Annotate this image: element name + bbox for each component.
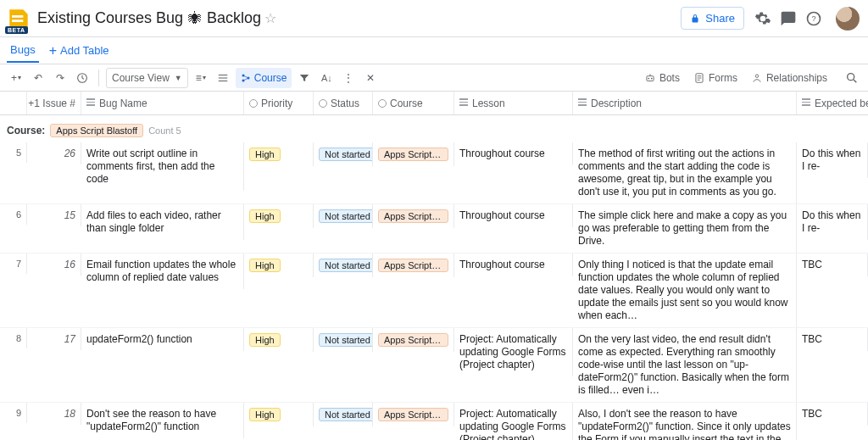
col-priority[interactable]: Priority — [244, 92, 314, 114]
issue-number[interactable]: 18 — [27, 403, 81, 425]
status-chip[interactable]: Not started — [319, 209, 373, 223]
list-view-button[interactable]: ≡▾ — [192, 68, 210, 88]
tab-bugs[interactable]: Bugs — [7, 38, 39, 63]
col-lesson[interactable]: Lesson — [454, 92, 573, 114]
group-course-chip[interactable]: Apps Script Blastoff — [50, 124, 143, 137]
close-view-button[interactable]: ✕ — [361, 68, 380, 88]
status[interactable]: Not started — [314, 204, 373, 228]
course[interactable]: Apps Script Blastoff — [373, 142, 454, 166]
expected[interactable]: TBC — [797, 403, 868, 426]
col-bugname[interactable]: Bug Name — [81, 92, 244, 114]
group-by-chip[interactable]: Course — [236, 68, 292, 88]
priority[interactable]: High — [244, 328, 314, 352]
expected[interactable]: TBC — [797, 253, 868, 276]
bots-button[interactable]: Bots — [644, 72, 680, 84]
lesson[interactable]: Throughout course — [454, 253, 573, 276]
description[interactable]: Also, I don't see the reason to have "up… — [573, 403, 797, 440]
expected[interactable]: Do this when I re- — [797, 204, 868, 240]
bug-name[interactable]: Email function updates the whole column … — [81, 253, 244, 289]
comment-icon[interactable] — [780, 10, 797, 27]
select-column-icon — [249, 99, 258, 108]
bug-name[interactable]: Write out script outline in comments fir… — [81, 142, 244, 191]
forms-button[interactable]: Forms — [693, 72, 737, 84]
priority-chip[interactable]: High — [249, 259, 281, 272]
issue-number[interactable]: 26 — [27, 142, 81, 164]
bug-name[interactable]: Don't see the reason to have "updateForm… — [81, 403, 244, 438]
priority[interactable]: High — [244, 204, 314, 228]
description[interactable]: The method of first writing out the acti… — [573, 142, 797, 203]
lesson[interactable]: Project: Automatically updating Google F… — [454, 403, 573, 440]
priority[interactable]: High — [244, 403, 314, 426]
status-chip[interactable]: Not started — [319, 259, 373, 272]
col-description[interactable]: Description — [573, 92, 797, 114]
priority[interactable]: High — [244, 253, 314, 277]
bug-name[interactable]: updateForm2() function — [81, 328, 244, 351]
redo-button[interactable]: ↷ — [51, 68, 70, 88]
history-button[interactable] — [73, 68, 92, 88]
table-row[interactable]: 615Add files to each video, rather than … — [0, 204, 868, 253]
page-title[interactable]: Existing Courses Bug 🕷 Backlog — [37, 9, 261, 27]
course-chip[interactable]: Apps Script Blastoff — [378, 209, 448, 223]
col-expected[interactable]: Expected beha — [797, 92, 868, 114]
col-course[interactable]: Course — [373, 92, 454, 114]
group-header[interactable]: Course:Apps Script BlastoffCount 5 — [0, 115, 868, 142]
issue-number[interactable]: 17 — [27, 328, 81, 350]
table-row[interactable]: 716Email function updates the whole colu… — [0, 253, 868, 328]
density-button[interactable] — [214, 68, 232, 88]
status[interactable]: Not started — [314, 328, 373, 352]
lesson[interactable]: Throughout course — [454, 204, 573, 227]
status-chip[interactable]: Not started — [319, 148, 373, 161]
status[interactable]: Not started — [314, 403, 373, 426]
course-chip[interactable]: Apps Script Blastoff — [378, 408, 448, 421]
description[interactable]: On the very last video, the end result d… — [573, 328, 797, 402]
bug-name[interactable]: Add files to each video, rather than sin… — [81, 204, 244, 240]
issue-number[interactable]: 15 — [27, 204, 81, 226]
star-icon[interactable]: ☆ — [264, 10, 276, 26]
priority-chip[interactable]: High — [249, 148, 281, 161]
table-row[interactable]: 526Write out script outline in comments … — [0, 142, 868, 204]
add-table-button[interactable]: + Add Table — [49, 44, 109, 58]
description[interactable]: Only thing I noticed is that the update … — [573, 253, 797, 327]
help-icon[interactable]: ? — [805, 10, 822, 27]
share-button[interactable]: Share — [681, 7, 744, 30]
course-chip[interactable]: Apps Script Blastoff — [378, 333, 448, 347]
course[interactable]: Apps Script Blastoff — [373, 253, 454, 277]
add-row-button[interactable]: +▾ — [7, 68, 25, 88]
relationships-button[interactable]: Relationships — [751, 72, 827, 84]
status[interactable]: Not started — [314, 253, 373, 277]
col-status[interactable]: Status — [314, 92, 373, 114]
table-row[interactable]: 817updateForm2() functionHighNot started… — [0, 328, 868, 403]
grid-body[interactable]: Course:Apps Script BlastoffCount 5526Wri… — [0, 115, 868, 440]
close-icon: ✕ — [366, 72, 375, 84]
undo-button[interactable]: ↶ — [29, 68, 47, 88]
lesson[interactable]: Project: Automatically updating Google F… — [454, 328, 573, 376]
description[interactable]: The simple click here and make a copy as… — [573, 204, 797, 253]
priority-chip[interactable]: High — [249, 209, 281, 223]
search-button[interactable] — [843, 68, 861, 88]
col-issue[interactable]: +1 Issue # — [27, 92, 81, 114]
priority-chip[interactable]: High — [249, 408, 281, 421]
avatar[interactable] — [836, 7, 860, 31]
status-chip[interactable]: Not started — [319, 333, 373, 347]
issue-number[interactable]: 16 — [27, 253, 81, 276]
table-row[interactable]: 918Don't see the reason to have "updateF… — [0, 403, 868, 440]
course[interactable]: Apps Script Blastoff — [373, 204, 454, 228]
person-icon — [751, 72, 763, 84]
filter-button[interactable] — [295, 68, 314, 88]
course[interactable]: Apps Script Blastoff — [373, 403, 454, 426]
status-chip[interactable]: Not started — [319, 408, 373, 421]
svg-point-3 — [242, 74, 244, 76]
course-chip[interactable]: Apps Script Blastoff — [378, 148, 448, 161]
more-button[interactable]: ⋮ — [339, 68, 358, 88]
expected[interactable]: TBC — [797, 328, 868, 351]
lesson[interactable]: Throughout course — [454, 142, 573, 165]
expected[interactable]: Do this when I re- — [797, 142, 868, 178]
gear-icon[interactable] — [754, 10, 771, 27]
course-chip[interactable]: Apps Script Blastoff — [378, 259, 448, 272]
course[interactable]: Apps Script Blastoff — [373, 328, 454, 352]
sort-button[interactable]: A↓ — [317, 68, 336, 88]
priority[interactable]: High — [244, 142, 314, 166]
status[interactable]: Not started — [314, 142, 373, 166]
view-selector[interactable]: Course View ▼ — [106, 68, 188, 88]
priority-chip[interactable]: High — [249, 333, 281, 347]
